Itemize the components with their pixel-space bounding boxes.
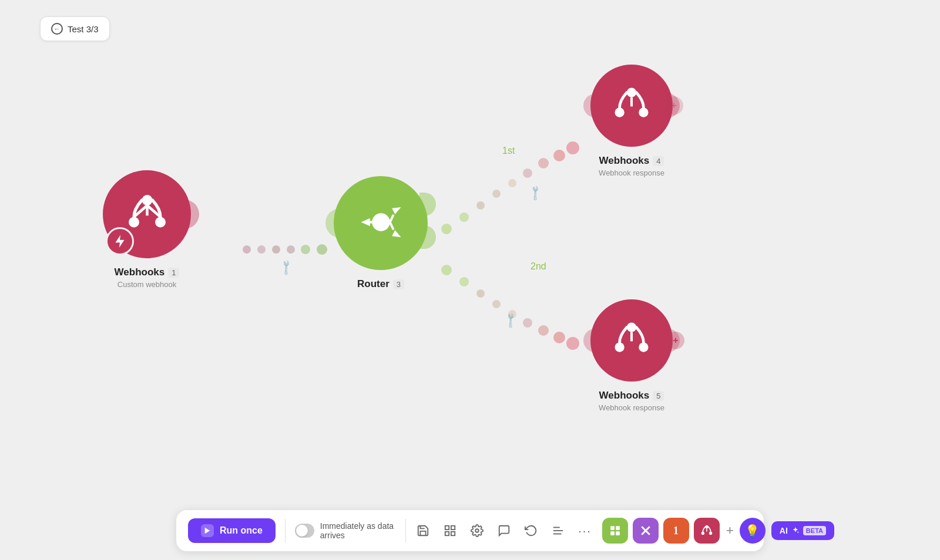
webhook4-left-handle[interactable] xyxy=(583,94,596,117)
svg-point-8 xyxy=(476,201,485,210)
svg-point-13 xyxy=(553,150,565,161)
svg-point-7 xyxy=(459,212,469,222)
svg-rect-47 xyxy=(445,526,448,529)
svg-marker-33 xyxy=(392,207,401,214)
webhook-node-5[interactable]: + Webhooks 5 Webhook response xyxy=(590,299,673,412)
svg-point-44 xyxy=(639,342,648,352)
svg-rect-56 xyxy=(616,526,620,530)
svg-point-4 xyxy=(301,245,310,254)
toggle-label: Immediately as data arrives xyxy=(320,521,396,540)
webhook1-icon xyxy=(125,191,169,238)
svg-marker-46 xyxy=(205,528,210,534)
lightbulb-button[interactable]: 💡 xyxy=(740,518,766,544)
run-once-button[interactable]: Run once xyxy=(188,518,276,543)
route-label-1st: 1st xyxy=(502,146,515,156)
module-pill-green[interactable] xyxy=(602,518,628,544)
undo-icon[interactable] xyxy=(523,523,539,538)
svg-point-12 xyxy=(538,158,549,168)
svg-point-0 xyxy=(243,245,251,254)
ai-button[interactable]: AI BETA xyxy=(771,521,834,540)
webhook1-label: Webhooks 1 Custom webhook xyxy=(115,266,180,289)
svg-point-10 xyxy=(508,179,516,187)
svg-point-23 xyxy=(566,337,579,350)
svg-line-36 xyxy=(390,214,393,222)
toolbar-icons: ··· xyxy=(415,523,593,538)
bottom-toolbar: Run once Immediately as data arrives xyxy=(0,501,940,560)
svg-rect-50 xyxy=(451,532,454,535)
svg-marker-34 xyxy=(392,230,401,237)
save-icon[interactable] xyxy=(415,523,431,538)
tool-icon-3: 🔧 xyxy=(501,311,519,329)
align-icon[interactable] xyxy=(550,523,566,538)
svg-point-9 xyxy=(492,190,501,198)
module-pill-red[interactable] xyxy=(694,518,720,544)
webhook1-right-handle[interactable] xyxy=(183,200,199,229)
ai-label: AI xyxy=(780,526,788,535)
svg-point-14 xyxy=(566,141,579,154)
toolbar-inner: Run once Immediately as data arrives xyxy=(176,510,764,551)
svg-rect-57 xyxy=(610,531,615,535)
svg-point-40 xyxy=(639,107,648,117)
module-pill-orange[interactable]: 1 xyxy=(663,518,689,544)
svg-point-38 xyxy=(627,87,636,97)
svg-rect-58 xyxy=(616,531,620,535)
module-pills: 1 xyxy=(602,518,720,544)
router-right-handle-top[interactable] xyxy=(419,193,436,216)
webhook4-label: Webhooks 4 Webhook response xyxy=(599,155,664,177)
webhook5-left-handle[interactable] xyxy=(583,329,596,352)
play-icon xyxy=(201,524,214,537)
webhook5-icon xyxy=(612,319,652,362)
router-right-handle-bottom[interactable] xyxy=(419,225,436,249)
router-left-handle[interactable] xyxy=(325,208,342,238)
scheduling-toggle-row: Immediately as data arrives xyxy=(295,521,396,540)
toolbar-divider-1 xyxy=(285,519,286,542)
lightning-overlay xyxy=(106,227,134,255)
svg-rect-49 xyxy=(445,532,448,535)
svg-marker-30 xyxy=(115,235,124,248)
webhook-node-4[interactable]: + Webhooks 4 Webhook response xyxy=(590,65,673,177)
tool-icon-2: 🔧 xyxy=(526,184,544,202)
test-button-label: Test 3/3 xyxy=(68,24,99,34)
svg-point-6 xyxy=(441,224,452,234)
router-label: Router 3 xyxy=(357,278,404,290)
svg-line-37 xyxy=(390,222,393,230)
modules-icon[interactable] xyxy=(442,523,458,538)
settings-icon[interactable] xyxy=(469,523,485,538)
webhook4-plus-handle[interactable]: + xyxy=(664,96,683,115)
svg-point-20 xyxy=(523,318,532,328)
add-module-button[interactable]: + xyxy=(724,523,736,538)
svg-point-16 xyxy=(459,277,469,286)
svg-point-3 xyxy=(287,245,295,254)
router-node[interactable]: Router 3 xyxy=(334,176,428,290)
scheduling-toggle[interactable] xyxy=(295,524,314,538)
test-button[interactable]: ← Test 3/3 xyxy=(40,16,110,41)
router-icon xyxy=(356,197,406,249)
svg-point-31 xyxy=(372,213,390,231)
svg-point-42 xyxy=(627,322,636,332)
webhook5-label: Webhooks 5 Webhook response xyxy=(599,390,664,412)
svg-point-39 xyxy=(615,107,624,117)
svg-point-15 xyxy=(441,265,452,275)
svg-point-21 xyxy=(538,325,549,336)
svg-point-18 xyxy=(492,300,501,308)
svg-rect-48 xyxy=(451,526,454,529)
webhook5-plus-handle[interactable]: + xyxy=(667,332,684,349)
workflow-canvas: ← Test 3/3 🔧 🔧 🔧 1st 2nd xyxy=(0,0,940,501)
more-icon[interactable]: ··· xyxy=(578,523,593,538)
run-once-label: Run once xyxy=(220,525,263,536)
svg-point-43 xyxy=(615,342,624,352)
webhook-node-1[interactable]: Webhooks 1 Custom webhook xyxy=(103,170,191,289)
svg-point-26 xyxy=(155,217,166,227)
svg-point-11 xyxy=(523,168,532,178)
svg-point-51 xyxy=(475,529,479,532)
svg-point-22 xyxy=(553,332,565,343)
notes-icon[interactable] xyxy=(496,523,512,538)
svg-point-1 xyxy=(257,245,266,254)
svg-point-2 xyxy=(272,245,280,254)
svg-rect-55 xyxy=(610,526,615,530)
svg-point-17 xyxy=(476,289,485,298)
ai-toolbar-area: 💡 AI BETA xyxy=(740,518,834,544)
beta-badge: BETA xyxy=(803,526,826,535)
back-arrow-icon: ← xyxy=(51,23,63,35)
module-pill-purple[interactable] xyxy=(633,518,659,544)
